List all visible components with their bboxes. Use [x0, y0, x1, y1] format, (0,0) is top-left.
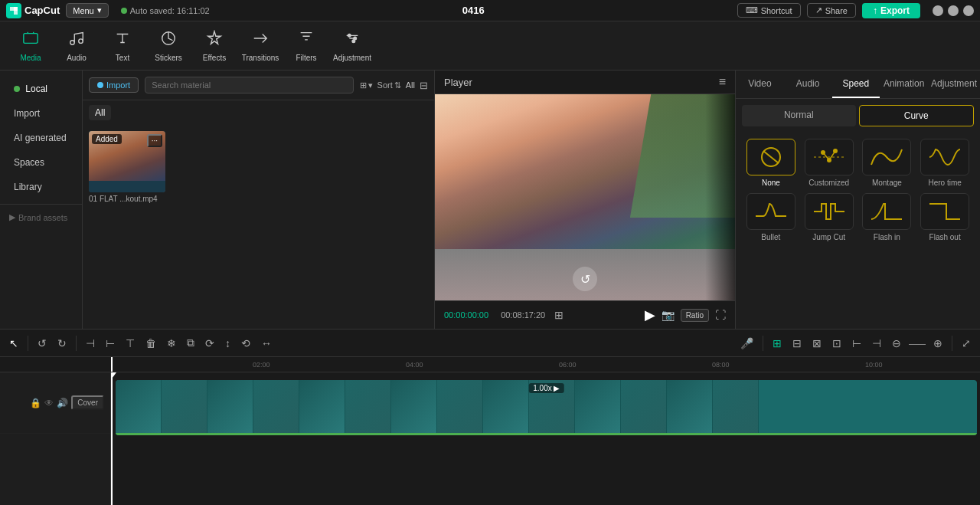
rotate-button[interactable]: ↺: [573, 267, 597, 291]
tool-effects[interactable]: Effects: [193, 25, 236, 67]
speed-item-flash-out[interactable]: Flash out: [919, 193, 971, 241]
mirror-button[interactable]: ↔: [258, 334, 275, 353]
grid-view-button[interactable]: ⊞: [551, 306, 567, 324]
tab-speed[interactable]: Speed: [832, 71, 880, 98]
tab-adjustment[interactable]: Adjustment: [928, 71, 980, 98]
media-grid: Added ··· 01 FLAT ...kout.mp4: [83, 125, 434, 329]
track-eye-button[interactable]: 👁: [44, 398, 54, 408]
speed-item-jump-cut[interactable]: Jump Cut: [803, 193, 855, 241]
sort-button[interactable]: Sort ⇅: [377, 80, 401, 90]
delete-button[interactable]: 🗑: [142, 334, 159, 353]
nav-local[interactable]: Local: [5, 77, 77, 100]
speed-grid: None Customized: [736, 133, 980, 248]
media-nav-all[interactable]: All: [89, 105, 111, 120]
logo-icon: [6, 3, 21, 18]
track-frame: [207, 380, 253, 435]
export-button[interactable]: ↑ Export: [862, 3, 920, 18]
track-link-button[interactable]: ⊠: [809, 334, 825, 353]
playhead-ruler: [111, 357, 113, 372]
tool-transitions[interactable]: Transitions: [239, 25, 282, 67]
speed-item-bullet[interactable]: Bullet: [745, 193, 797, 241]
list-item[interactable]: Added ··· 01 FLAT ...kout.mp4: [89, 131, 165, 323]
zoom-in-button[interactable]: ⊕: [930, 334, 946, 353]
tab-animation[interactable]: Animation: [880, 71, 928, 98]
track-frame: [391, 380, 437, 435]
cover-label[interactable]: Cover: [71, 395, 104, 410]
filter-button[interactable]: ⊟: [420, 80, 428, 91]
redo-button[interactable]: ↻: [54, 334, 70, 353]
timeline-toolbar: ↖ ↺ ↻ ⊣ ⊢ ⊤ 🗑 ❄ ⧉ ⟳ ↕ ⟲ ↔ 🎤 ⊞ ⊟ ⊠ ⊡ ⊢ ⊣ …: [0, 330, 980, 357]
close-button[interactable]: [963, 5, 974, 16]
shortcut-button[interactable]: ⌨ Shortcut: [737, 3, 801, 18]
tab-video[interactable]: Video: [736, 71, 784, 98]
speed-item-customized[interactable]: Customized: [803, 139, 855, 187]
nav-brand-assets[interactable]: ▶ Brand assets: [0, 209, 82, 225]
speed-item-flash-in[interactable]: Flash in: [861, 193, 913, 241]
track-lock-button[interactable]: 🔒: [30, 398, 41, 408]
maximize-button[interactable]: [948, 5, 959, 16]
mic-button[interactable]: 🎤: [737, 334, 756, 353]
video-track[interactable]: 1.00x ▶: [116, 380, 977, 435]
crop-button[interactable]: ⧉: [184, 333, 198, 353]
track-merge-button[interactable]: ⊟: [789, 334, 805, 353]
fullscreen-button[interactable]: ⛶: [715, 309, 726, 321]
tab-audio[interactable]: Audio: [784, 71, 832, 98]
undo-button[interactable]: ↺: [34, 334, 50, 353]
media-icon: [22, 30, 39, 51]
track-crop-button[interactable]: ⊢: [849, 334, 864, 353]
auto-save-indicator: Auto saved: 16:11:02: [121, 6, 210, 15]
track-separate-button[interactable]: ⊡: [829, 334, 844, 353]
track-audio-button[interactable]: 🔊: [57, 398, 68, 408]
track-frame: [621, 380, 667, 435]
thumb-more-button[interactable]: ···: [147, 134, 162, 147]
tool-adjustment[interactable]: Adjustment: [331, 25, 374, 67]
ruler-mark-06: 06:00: [559, 361, 577, 369]
import-button[interactable]: Import: [89, 77, 139, 93]
minimize-button[interactable]: [933, 5, 943, 16]
track-scale-button[interactable]: ⊣: [869, 334, 884, 353]
tool-text[interactable]: Text: [101, 25, 144, 67]
select-tool-button[interactable]: ↖: [6, 334, 21, 353]
nav-spaces[interactable]: Spaces: [5, 151, 77, 174]
svg-line-8: [763, 151, 779, 163]
speed-item-none[interactable]: None: [745, 139, 797, 187]
speed-item-montage[interactable]: Montage: [861, 139, 913, 187]
speed-tab-curve[interactable]: Curve: [859, 105, 975, 126]
tool-filters[interactable]: Filters: [285, 25, 328, 67]
split-start-button[interactable]: ⊣: [83, 334, 98, 353]
nav-library[interactable]: Library: [5, 175, 77, 198]
all-filter-button[interactable]: All: [406, 80, 415, 90]
split-button[interactable]: ⊢: [103, 334, 118, 353]
nav-ai-generated[interactable]: AI generated: [5, 126, 77, 149]
fullscreen-timeline-button[interactable]: ⤢: [959, 334, 974, 353]
loop-button[interactable]: ⟳: [202, 334, 217, 353]
split-remove-button[interactable]: ⊤: [122, 334, 138, 353]
tool-media[interactable]: Media: [9, 25, 52, 67]
flip-button[interactable]: ↕: [222, 334, 234, 353]
search-input[interactable]: [145, 77, 353, 93]
track-frame: [483, 380, 529, 435]
freeze-button[interactable]: ❄: [164, 334, 179, 353]
camera-button[interactable]: 📷: [662, 309, 675, 321]
ratio-button[interactable]: Ratio: [681, 309, 709, 322]
main-toolbar: Media Audio Text Stickers Effects Transi…: [0, 21, 980, 71]
nav-import[interactable]: Import: [5, 102, 77, 125]
top-right-actions: ⌨ Shortcut ↗ Share ↑ Export: [737, 3, 974, 18]
tool-audio[interactable]: Audio: [55, 25, 98, 67]
timeline-ruler: 02:00 04:00 06:00 08:00 10:00: [0, 357, 980, 372]
menu-button[interactable]: Menu ▾: [66, 3, 109, 18]
player-menu-button[interactable]: ≡: [719, 75, 726, 89]
track-add-video-button[interactable]: ⊞: [769, 334, 785, 353]
speed-tab-normal[interactable]: Normal: [742, 105, 856, 126]
share-button[interactable]: ↗ Share: [807, 3, 856, 18]
svg-point-2: [79, 38, 83, 42]
rotate-tl-button[interactable]: ⟲: [238, 334, 253, 353]
speed-item-hero-time[interactable]: Hero time: [919, 139, 971, 187]
play-button[interactable]: ▶: [645, 307, 655, 323]
svg-rect-0: [24, 33, 38, 43]
media-thumb-01[interactable]: Added ···: [89, 131, 165, 192]
zoom-out-button[interactable]: ⊖: [889, 334, 904, 353]
view-toggle-button[interactable]: ⊞ ▾: [360, 80, 373, 90]
playhead: [111, 372, 113, 505]
tool-stickers[interactable]: Stickers: [147, 25, 190, 67]
